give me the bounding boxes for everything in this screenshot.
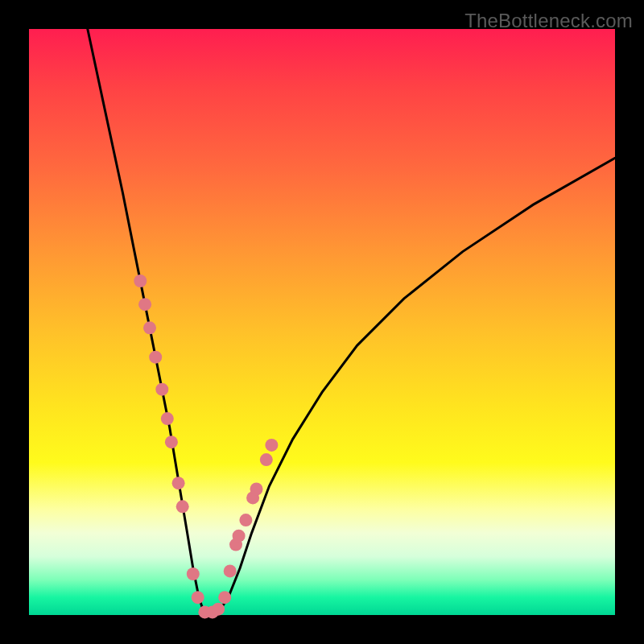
highlight-dot xyxy=(265,439,278,452)
highlight-dot xyxy=(138,298,151,311)
plot-area xyxy=(29,29,615,615)
highlight-dot xyxy=(233,530,246,543)
chart-frame: TheBottleneck.com xyxy=(0,0,644,644)
highlight-dot xyxy=(161,412,174,425)
chart-svg xyxy=(29,29,615,615)
highlight-dot xyxy=(149,351,162,364)
highlight-dot xyxy=(176,500,189,513)
highlight-dot xyxy=(212,603,225,616)
highlight-dot xyxy=(165,436,178,448)
highlight-dot xyxy=(218,591,231,604)
highlight-dot xyxy=(224,564,237,577)
highlight-dot xyxy=(172,477,185,489)
highlight-dot xyxy=(155,383,168,396)
watermark-text: TheBottleneck.com xyxy=(464,10,633,32)
bottleneck-curve xyxy=(88,29,615,615)
highlight-dot xyxy=(192,591,204,604)
highlight-dot xyxy=(239,514,252,526)
highlight-dot xyxy=(134,275,147,287)
highlight-dot xyxy=(260,453,273,466)
highlight-dot xyxy=(143,321,156,334)
highlight-dots xyxy=(134,275,278,618)
highlight-dot xyxy=(250,483,263,496)
highlight-dot xyxy=(187,568,200,580)
